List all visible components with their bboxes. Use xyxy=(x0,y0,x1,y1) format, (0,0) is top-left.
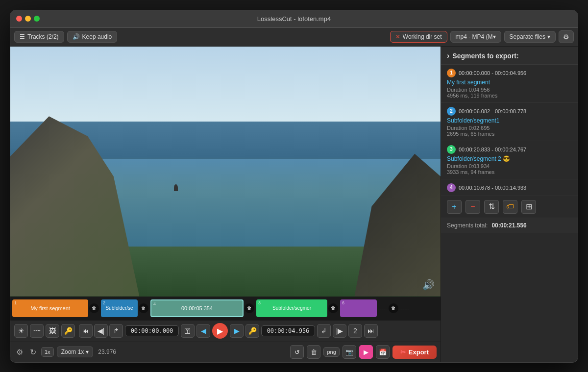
prev-keyframe-button[interactable]: ◀| xyxy=(94,324,108,338)
main-content: 🔊 1 My first segment 🗑 2 Subfolder/se 🗑 xyxy=(10,47,578,362)
audio-label: Keep audio xyxy=(82,33,112,40)
delete-segment-1-button[interactable]: 🗑 xyxy=(89,303,99,313)
timeline-segment-4-active[interactable]: 4 00:00:05.354 xyxy=(150,299,244,317)
timeline-segment-3[interactable]: 3 Subfolder/segmer xyxy=(256,299,327,317)
speed-multiplier[interactable]: 1x xyxy=(41,347,54,357)
segment-item-2[interactable]: 2 00:00:06.082 - 00:00:08.778 Subfolder/… xyxy=(441,103,578,141)
next-segment-button[interactable]: 2 xyxy=(348,324,362,338)
tag-segment-button[interactable]: 🏷 xyxy=(503,200,517,214)
mark-out-button[interactable]: ↲ xyxy=(317,324,331,338)
segment-1-name: My first segment xyxy=(447,79,572,86)
person-silhouette xyxy=(174,184,178,191)
sky-layer xyxy=(10,47,441,122)
delete-segment-6-button[interactable]: 🗑 xyxy=(389,303,398,313)
maximize-button[interactable] xyxy=(34,16,40,22)
delete-segment-2-button[interactable]: 🗑 xyxy=(139,303,148,313)
format-label: mp4 - MP4 (M▾ xyxy=(456,33,496,40)
segments-sidebar: › Segments to export: 1 00:00:00.000 - 0… xyxy=(441,47,578,362)
audio-button[interactable]: 🔊 Keep audio xyxy=(67,31,118,43)
brightness-button[interactable]: ☀ xyxy=(14,324,28,338)
segment-3-time-row: 3 00:00:20.833 - 00:00:24.767 xyxy=(447,145,572,154)
edit-button[interactable]: ▶ xyxy=(359,345,373,359)
segments-header-label: Segments to export: xyxy=(452,52,518,60)
dashes-right: ----- xyxy=(400,305,409,311)
add-segment-button[interactable]: + xyxy=(447,200,462,214)
delete-segment-3-button[interactable]: 🗑 xyxy=(328,303,338,313)
png-format-button[interactable]: png xyxy=(323,347,339,357)
bottom-bar: ⚙ ↻ 1x Zoom 1x ▾ 23.976 ↺ 🗑 png 📷 xyxy=(10,342,441,362)
timeline-area[interactable]: 1 My first segment 🗑 2 Subfolder/se 🗑 4 … xyxy=(10,297,441,320)
window-title: LosslessCut - lofoten.mp4 xyxy=(257,15,331,23)
segment-item-3[interactable]: 3 00:00:20.833 - 00:00:24.767 Subfolder/… xyxy=(441,141,578,179)
waveform-button[interactable]: ~〜 xyxy=(30,324,44,338)
format-button[interactable]: mp4 - MP4 (M▾ xyxy=(450,31,501,43)
segments-chevron-icon: › xyxy=(447,51,449,60)
delete-segment-4-button[interactable]: 🗑 xyxy=(245,303,254,313)
minimize-button[interactable] xyxy=(25,16,31,22)
remove-icon: − xyxy=(470,202,475,211)
volume-icon: 🔊 xyxy=(422,279,435,291)
calendar-button[interactable]: 📅 xyxy=(376,345,390,359)
segment-1-number: 1 xyxy=(447,69,456,77)
loop-playback-button[interactable]: ↺ xyxy=(290,345,304,359)
working-dir-button[interactable]: ✕ Working dir set xyxy=(390,31,447,43)
lock-button[interactable]: ⚿ xyxy=(181,324,195,338)
output-mode-label: Separate files xyxy=(510,33,545,40)
split-segment-button[interactable]: ⇅ xyxy=(484,200,499,214)
working-dir-label: Working dir set xyxy=(403,33,442,40)
segments-header: › Segments to export: xyxy=(441,47,578,65)
trash-button[interactable]: 🗑 xyxy=(307,345,320,359)
grid-icon: ⊞ xyxy=(526,202,532,211)
close-button[interactable] xyxy=(16,16,22,22)
segment-3-duration: Duration 0:03.934 xyxy=(447,163,572,169)
audio-icon: 🔊 xyxy=(73,33,80,40)
menu-icon: ☰ xyxy=(20,33,25,40)
segments-total: Segments total: 00:00:21.556 xyxy=(441,218,578,233)
settings-icon-button[interactable]: ⚙ xyxy=(14,346,25,359)
camera-button[interactable]: 📷 xyxy=(343,345,356,359)
timeline-segment-2[interactable]: 2 Subfolder/se xyxy=(101,299,138,317)
next-frame-button[interactable]: ▶ xyxy=(230,324,244,338)
loop-button[interactable]: ↻ xyxy=(28,346,38,359)
segment-2-time-range: 00:00:06.082 - 00:00:08.778 xyxy=(459,108,526,114)
split-icon: ⇅ xyxy=(489,202,495,211)
segment-2-duration: Duration 0:02.695 xyxy=(447,125,572,131)
segment-item-1[interactable]: 1 00:00:00.000 - 00:00:04.956 My first s… xyxy=(441,65,578,103)
segment-2-time-row: 2 00:00:06.082 - 00:00:08.778 xyxy=(447,107,572,116)
current-time-display: 00:00:00.000 xyxy=(125,325,179,336)
export-button[interactable]: ✂ Export xyxy=(392,346,437,359)
remove-segment-button[interactable]: − xyxy=(466,200,480,214)
prev-frame-button[interactable]: ◀ xyxy=(196,324,210,338)
segment-4-number: 4 xyxy=(447,183,456,192)
output-mode-button[interactable]: Separate files ▾ xyxy=(504,31,556,43)
title-bar: LosslessCut - lofoten.mp4 xyxy=(10,10,578,28)
screenshot-button[interactable]: 🖼 xyxy=(46,324,59,338)
gear-icon: ⚙ xyxy=(563,33,569,41)
key-button[interactable]: 🔑 xyxy=(61,324,75,338)
segment-time-display: 00:00:05.354 xyxy=(181,305,213,311)
play-button[interactable]: ▶ xyxy=(212,323,228,339)
settings-button[interactable]: ⚙ xyxy=(559,30,574,43)
zoom-label: Zoom 1x xyxy=(61,348,84,355)
segment-3-name: Subfolder/segment 2 😎 xyxy=(447,155,572,162)
key-out-button[interactable]: 🔑 xyxy=(245,324,259,338)
grid-button[interactable]: ⊞ xyxy=(521,200,536,214)
skip-forward-button[interactable]: ⏭ xyxy=(364,324,378,338)
segment-num-3: 3 xyxy=(258,300,261,305)
multiplier-label: 1x xyxy=(45,349,50,355)
export-label: Export xyxy=(409,348,429,356)
segment-1-time-range: 00:00:00.000 - 00:00:04.956 xyxy=(459,70,526,76)
end-time-display: 00:00:04.956 xyxy=(261,325,315,336)
png-label: png xyxy=(327,349,336,355)
segment-item-4[interactable]: 4 00:00:10.678 - 00:00:14.933 xyxy=(441,179,578,196)
fps-display: 23.976 xyxy=(98,348,116,355)
timeline-segment-6[interactable]: 6 xyxy=(340,299,377,317)
mark-in-button[interactable]: ↱ xyxy=(109,324,123,338)
timeline-segment-1[interactable]: 1 My first segment xyxy=(12,299,88,317)
tracks-button[interactable]: ☰ Tracks (2/2) xyxy=(14,31,64,43)
segment-action-buttons: + − ⇅ 🏷 ⊞ xyxy=(441,196,578,218)
segment-2-frames: 2695 ms, 65 frames xyxy=(447,131,572,137)
prev-segment-button[interactable]: ⏮ xyxy=(79,324,93,338)
zoom-selector[interactable]: Zoom 1x ▾ xyxy=(57,347,94,357)
next-keyframe-button[interactable]: |▶ xyxy=(333,324,346,338)
